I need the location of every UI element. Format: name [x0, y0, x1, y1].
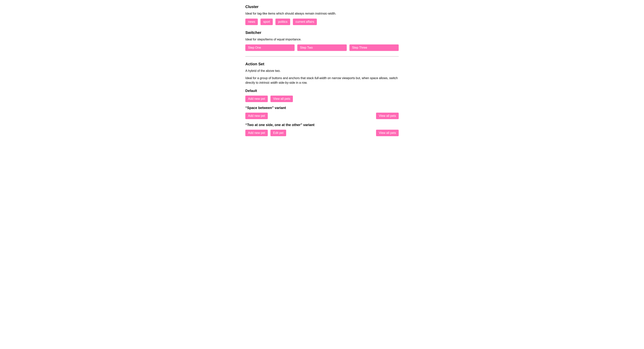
cluster-item-current-affairs[interactable]: current affairs — [293, 18, 317, 25]
switcher-step-one[interactable]: Step One — [245, 44, 294, 51]
action-set-default: Add new pet View all pets — [245, 96, 399, 102]
switcher-group: Step One Step Two Step Three — [245, 44, 399, 51]
two-one-split-heading: “Two at one side, one at the other” vari… — [245, 123, 399, 127]
cluster-heading: Cluster — [245, 4, 399, 9]
switcher-description: Ideal for steps/items of equal importanc… — [245, 37, 399, 42]
divider — [245, 56, 399, 56]
switcher-step-three[interactable]: Step Three — [350, 44, 399, 51]
add-new-pet-button[interactable]: Add new pet — [245, 113, 268, 119]
switcher-step-two[interactable]: Step Two — [297, 44, 346, 51]
action-set-heading: Action Set — [245, 62, 399, 66]
action-set-description-2: Ideal for a group of buttons and anchors… — [245, 76, 399, 85]
default-heading: Default — [245, 89, 399, 93]
action-set-two-one-split: Add new pet Edit pet View all pets — [245, 130, 399, 136]
switcher-heading: Switcher — [245, 30, 399, 35]
view-all-pets-button[interactable]: View all pets — [270, 96, 293, 102]
view-all-pets-button[interactable]: View all pets — [376, 113, 399, 119]
edit-pet-button[interactable]: Edit pet — [270, 130, 286, 136]
action-set-space-between: Add new pet View all pets — [245, 113, 399, 119]
cluster-description: Ideal for tag-like items which should al… — [245, 11, 399, 16]
add-new-pet-button[interactable]: Add new pet — [245, 96, 268, 102]
add-new-pet-button[interactable]: Add new pet — [245, 130, 268, 136]
cluster-item-politics[interactable]: politics — [276, 18, 290, 25]
action-set-description-1: A hybrid of the above two. — [245, 68, 399, 73]
cluster-item-news[interactable]: news — [245, 18, 258, 25]
cluster-group: news sport politics current affairs — [245, 18, 399, 25]
spacer — [289, 130, 373, 136]
view-all-pets-button[interactable]: View all pets — [376, 130, 399, 136]
cluster-item-sport[interactable]: sport — [260, 18, 273, 25]
space-between-heading: “Space between” variant — [245, 106, 399, 110]
